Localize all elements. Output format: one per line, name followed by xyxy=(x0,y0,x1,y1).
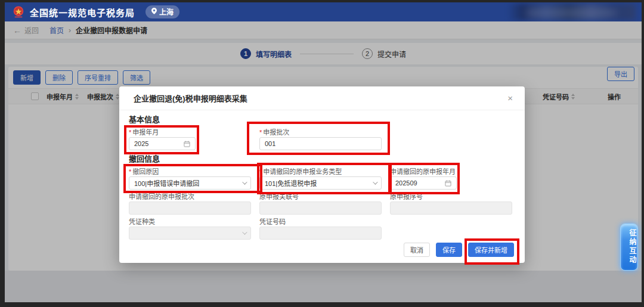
form-row-withdraw-1: * 撤回原因 100|申报错误申请撤回 * 申请撤回的原申报业务类型 101|免… xyxy=(129,169,515,190)
declare-month-date-input[interactable]: 2025 xyxy=(129,137,196,150)
orig-serial-no-input xyxy=(390,201,512,215)
chevron-down-icon xyxy=(242,230,247,234)
save-button[interactable]: 保存 xyxy=(436,243,462,257)
field-label-text: 申报年月 xyxy=(132,129,159,136)
orig-declare-batch-input xyxy=(129,201,251,215)
field-declare-batch: * 申报批次 001 xyxy=(259,129,382,150)
field-label: * 申报批次 xyxy=(259,129,382,136)
modal-footer: 取消 保存 保存并新增 xyxy=(404,243,514,257)
chevron-down-icon xyxy=(373,179,377,184)
empty-cell xyxy=(390,219,512,240)
field-label: * 撤回原因 xyxy=(129,169,251,175)
form-row-basic: * 申报年月 2025 * 申报批次 001 xyxy=(129,129,515,150)
calendar-icon xyxy=(184,141,190,147)
field-orig-business-type: * 申请撤回的原申报业务类型 101|免抵退税申报 xyxy=(259,169,382,190)
close-icon[interactable]: × xyxy=(507,94,513,103)
location-badge[interactable]: 上海 xyxy=(145,5,179,18)
tax-bureau-emblem-logo xyxy=(12,5,25,18)
save-and-add-button[interactable]: 保存并新增 xyxy=(468,243,514,257)
redacted-user-info xyxy=(507,4,636,20)
field-label: * 申请撤回的原申报业务类型 xyxy=(259,169,382,175)
withdraw-reason-select[interactable]: 100|申报错误申请撤回 xyxy=(129,176,251,190)
field-label: 凭证种类 xyxy=(129,219,251,225)
field-value: 001 xyxy=(265,140,275,147)
field-value: 101|免抵退税申报 xyxy=(265,178,317,188)
modal-body: 基本信息 * 申报年月 2025 * 申报批次 xyxy=(119,110,525,240)
form-row-voucher: 凭证种类 凭证号码 xyxy=(129,219,515,240)
form-row-withdraw-2: 申请撤回的原申报批次 原申报关联号 原申报序号 xyxy=(129,194,515,215)
required-asterisk: * xyxy=(259,169,262,175)
field-label: 原申报序号 xyxy=(390,194,512,200)
app-title: 全国统一规范电子税务局 xyxy=(30,6,135,18)
field-label: 原申报关联号 xyxy=(259,194,382,200)
field-label: 申请撤回的原申报年月 xyxy=(390,169,512,175)
calendar-icon xyxy=(445,180,451,187)
app-window: 全国统一规范电子税务局 上海 ← 返回 首页 › 企业撤回申报数据申请 1 填写… xyxy=(5,2,642,302)
field-label-text: 申请撤回的原申报年月 xyxy=(390,169,456,175)
brand: 全国统一规范电子税务局 上海 xyxy=(12,5,179,18)
field-orig-declare-batch: 申请撤回的原申报批次 xyxy=(129,194,251,215)
required-asterisk: * xyxy=(129,129,131,136)
field-voucher-no: 凭证号码 xyxy=(259,219,382,240)
required-asterisk: * xyxy=(129,169,131,175)
declare-batch-input[interactable]: 001 xyxy=(259,137,382,150)
field-orig-declare-month: 申请撤回的原申报年月 202509 xyxy=(390,169,512,190)
field-label-text: 申请撤回的原申报业务类型 xyxy=(263,169,342,175)
field-label-text: 凭证种类 xyxy=(129,219,155,225)
field-label-text: 凭证号码 xyxy=(259,219,286,225)
voucher-no-input xyxy=(259,227,382,240)
orig-relation-no-input xyxy=(259,201,382,215)
required-asterisk: * xyxy=(259,129,262,136)
modal-title: 企业撤回退(免)税申报明细表采集 xyxy=(134,92,247,104)
field-value: 100|申报错误申请撤回 xyxy=(134,178,199,188)
modal-header: 企业撤回退(免)税申报明细表采集 × xyxy=(119,86,525,110)
field-label: * 申报年月 xyxy=(129,129,251,136)
field-withdraw-reason: * 撤回原因 100|申报错误申请撤回 xyxy=(129,169,251,190)
field-label-text: 撤回原因 xyxy=(132,169,159,175)
field-orig-serial-no: 原申报序号 xyxy=(390,194,512,215)
location-label: 上海 xyxy=(159,7,174,17)
chevron-down-icon xyxy=(242,179,247,184)
orig-declare-month-date-input[interactable]: 202509 xyxy=(390,176,457,190)
voucher-type-select xyxy=(129,227,251,240)
cancel-button[interactable]: 取消 xyxy=(404,243,430,257)
field-label: 凭证号码 xyxy=(259,219,382,225)
field-value: 2025 xyxy=(134,140,148,147)
field-label-text: 申请撤回的原申报批次 xyxy=(129,194,194,200)
section-title-withdraw: 撤回信息 xyxy=(129,154,515,164)
field-voucher-type: 凭证种类 xyxy=(129,219,251,240)
location-pin-icon xyxy=(151,8,157,16)
field-label: 申请撤回的原申报批次 xyxy=(129,194,251,200)
field-label-text: 原申报序号 xyxy=(390,194,423,200)
tax-interaction-widget[interactable]: 征纳互动 xyxy=(620,224,638,271)
field-label-text: 申报批次 xyxy=(263,129,289,136)
field-label-text: 原申报关联号 xyxy=(259,194,299,200)
section-title-basic: 基本信息 xyxy=(129,115,515,125)
empty-cell xyxy=(390,129,512,150)
field-declare-month: * 申报年月 2025 xyxy=(129,129,251,150)
orig-business-type-select[interactable]: 101|免抵退税申报 xyxy=(259,176,382,190)
withdraw-detail-modal: 企业撤回退(免)税申报明细表采集 × 基本信息 * 申报年月 2025 xyxy=(119,86,525,263)
field-value: 202509 xyxy=(395,179,417,187)
field-orig-relation-no: 原申报关联号 xyxy=(259,194,382,215)
app-header: 全国统一规范电子税务局 上海 xyxy=(5,2,642,21)
